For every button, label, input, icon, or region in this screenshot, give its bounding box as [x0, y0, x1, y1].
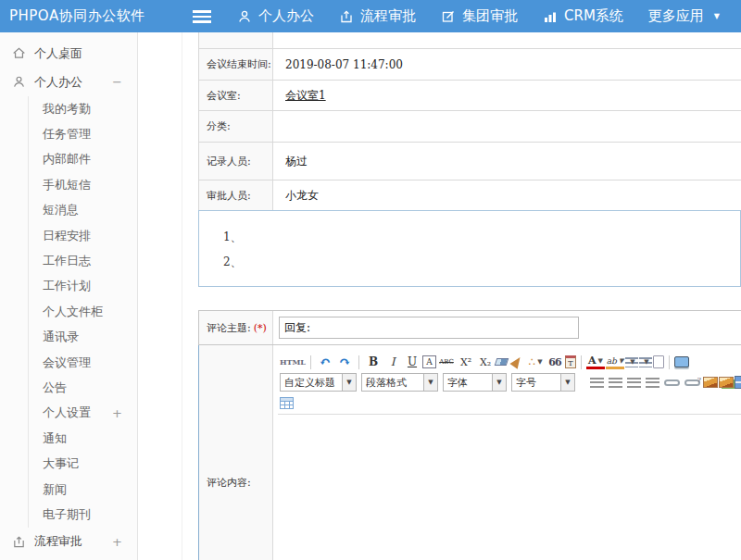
- insert-link-icon[interactable]: [664, 380, 680, 386]
- sidebar-subitem-4[interactable]: 内部邮件: [29, 147, 137, 172]
- sidebar-subitem-11[interactable]: 通讯录: [29, 325, 137, 350]
- sidebar-subitem-2[interactable]: 我的考勤: [29, 96, 137, 121]
- nav-item-crm-system[interactable]: CRM系统: [543, 7, 623, 25]
- paragraph-format-select[interactable]: 段落格式▼: [361, 373, 438, 392]
- chevron-down-icon: ▼: [644, 358, 648, 366]
- sidebar-subitem-label: 会议管理: [43, 355, 91, 371]
- paragraph-format-select-label: 段落格式: [362, 376, 423, 390]
- main-content: 会议结束时间:2019-08-07 11:47:00会议室:会议室1分类:记录人…: [139, 32, 741, 560]
- sidebar-subitem-5[interactable]: 手机短信: [29, 172, 137, 197]
- field-value: [273, 32, 741, 48]
- nav-label: 更多应用: [648, 7, 704, 25]
- sidebar-item-19[interactable]: 流程审批+: [0, 528, 137, 556]
- unordered-list-icon[interactable]: ▼: [639, 357, 652, 367]
- sidebar-item-1[interactable]: 个人办公−: [0, 68, 137, 96]
- ordered-list-icon[interactable]: ▼: [625, 357, 638, 367]
- font-family-select[interactable]: 字体▼: [443, 373, 507, 392]
- nav-item-more-apps[interactable]: 更多应用 ▼: [648, 7, 720, 25]
- align-justify-icon[interactable]: [646, 378, 659, 388]
- sidebar-subitem-label: 大事记: [43, 455, 79, 472]
- chevron-down-icon: ▼: [714, 12, 720, 20]
- html-source-icon[interactable]: HTML: [280, 353, 306, 371]
- font-size-select[interactable]: 字号▼: [511, 373, 575, 392]
- remove-link-icon[interactable]: [684, 380, 700, 386]
- meeting-detail-table: 会议结束时间:2019-08-07 11:47:00会议室:会议室1分类:记录人…: [198, 32, 741, 211]
- italic-icon[interactable]: I: [383, 353, 402, 371]
- paste-as-text-icon[interactable]: T: [565, 355, 576, 368]
- separator: [310, 355, 311, 369]
- sidebar-subitem-16[interactable]: 大事记: [29, 451, 137, 476]
- sidebar-subitem-label: 短消息: [43, 202, 79, 218]
- home-icon: [12, 46, 26, 60]
- field-value-text: 小龙女: [285, 188, 319, 204]
- expand-plus-icon[interactable]: +: [112, 406, 122, 420]
- sidebar-subitem-label: 个人设置: [43, 404, 91, 421]
- auto-typeset-icon[interactable]: ∴▼: [526, 353, 545, 371]
- underline-icon[interactable]: U: [403, 353, 421, 371]
- align-left-icon[interactable]: [590, 378, 604, 388]
- new-document-icon[interactable]: [653, 355, 664, 368]
- sidebar-subitem-3[interactable]: 任务管理: [29, 121, 137, 146]
- insert-table-icon[interactable]: [280, 397, 294, 409]
- editor-content-area[interactable]: [278, 415, 741, 560]
- sidebar-subitem-9[interactable]: 工作计划: [29, 274, 137, 299]
- sidebar-subitem-14[interactable]: 个人设置+: [29, 401, 137, 426]
- custom-title-select[interactable]: 自定义标题▼: [280, 373, 357, 392]
- field-value: 杨过: [273, 143, 741, 180]
- meeting-room-link[interactable]: 会议室1: [285, 88, 326, 104]
- comment-content-label-text: 评论内容:: [207, 476, 251, 490]
- redo-icon[interactable]: ↷: [335, 353, 354, 371]
- undo-icon[interactable]: ↶: [316, 353, 334, 371]
- sidebar-item-0[interactable]: 个人桌面: [0, 39, 137, 68]
- sidebar-subitem-13[interactable]: 公告: [29, 375, 137, 400]
- highlight-color-icon[interactable]: ab▼: [606, 355, 624, 369]
- collapse-minus-icon[interactable]: −: [112, 75, 122, 89]
- sidebar-subitem-17[interactable]: 新闻: [29, 477, 137, 502]
- bold-icon[interactable]: B: [364, 353, 383, 371]
- font-size-select-label: 字号: [512, 376, 560, 390]
- subscript-icon[interactable]: X₂: [476, 353, 495, 371]
- topbar: PHPOA协同办公软件 个人办公 流程审批 集团审批 CRM系统: [0, 0, 741, 32]
- sidebar-submenu: 我的考勤任务管理内部邮件手机短信短消息日程安排工作日志工作计划个人文件柜通讯录会…: [28, 96, 137, 528]
- eraser-icon[interactable]: [495, 358, 509, 366]
- nav-item-group-approval[interactable]: 集团审批: [441, 7, 518, 25]
- strikethrough-icon[interactable]: ABC: [437, 353, 456, 371]
- nav-item-personal-office[interactable]: 个人办公: [237, 7, 314, 25]
- superscript-icon[interactable]: X²: [457, 353, 475, 371]
- sidebar-subitem-15[interactable]: 通知: [29, 426, 137, 451]
- editor-toolbar: HTML↶↷BIUAABCX²X₂∴▼66TA▼ab▼▼▼ 自定义标题▼段落格式…: [278, 352, 741, 415]
- comment-subject-label: 评论主题: (*): [199, 311, 273, 344]
- align-center-icon[interactable]: [609, 378, 622, 388]
- sidebar-subitem-label: 内部邮件: [43, 151, 91, 168]
- field-label: 会议结束时间:: [199, 49, 273, 80]
- editor-toolbar-row3: [278, 392, 741, 413]
- insert-image-icon[interactable]: [703, 377, 718, 388]
- sidebar-subitem-8[interactable]: 工作日志: [29, 248, 137, 273]
- insert-media-icon[interactable]: [735, 376, 741, 389]
- content-line: 1、: [223, 225, 740, 250]
- sidebar-subitem-label: 工作计划: [43, 278, 91, 294]
- image-manager-icon[interactable]: [719, 377, 734, 388]
- field-value: [273, 111, 741, 142]
- field-label: 记录人员:: [199, 143, 273, 180]
- sidebar-subitem-7[interactable]: 日程安排: [29, 223, 137, 248]
- font-style-box-icon[interactable]: A: [422, 355, 436, 368]
- comment-subject-row: 评论主题: (*): [198, 311, 741, 345]
- hamburger-menu-icon[interactable]: [193, 10, 211, 23]
- format-brush-icon[interactable]: [509, 355, 523, 369]
- blockquote-icon[interactable]: 66: [546, 353, 564, 371]
- expand-plus-icon[interactable]: +: [112, 535, 122, 549]
- sidebar-subitem-10[interactable]: 个人文件柜: [29, 299, 137, 324]
- table-row: 会议结束时间:2019-08-07 11:47:00: [199, 49, 741, 81]
- rich-text-editor: HTML↶↷BIUAABCX²X₂∴▼66TA▼ab▼▼▼ 自定义标题▼段落格式…: [278, 352, 741, 560]
- sidebar-subitem-label: 公告: [43, 380, 67, 396]
- comment-subject-input[interactable]: [279, 317, 579, 339]
- sidebar-subitem-18[interactable]: 电子期刊: [29, 502, 137, 527]
- sidebar-item-label: 流程审批: [34, 533, 82, 550]
- align-right-icon[interactable]: [627, 378, 641, 388]
- sidebar-subitem-12[interactable]: 会议管理: [29, 350, 137, 375]
- fullscreen-icon[interactable]: [674, 356, 689, 367]
- nav-item-process-approval[interactable]: 流程审批: [339, 7, 416, 25]
- font-color-icon[interactable]: A▼: [586, 355, 605, 369]
- sidebar-subitem-6[interactable]: 短消息: [29, 198, 137, 223]
